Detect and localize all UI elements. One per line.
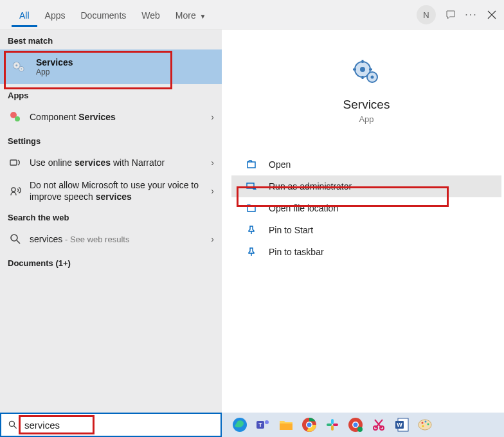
svg-point-10 — [360, 67, 365, 72]
search-icon — [9, 233, 22, 245]
svg-point-43 — [425, 421, 427, 423]
chevron-right-icon: › — [211, 157, 214, 168]
web-result-label: services - See web results — [30, 233, 211, 245]
svg-rect-24 — [280, 424, 292, 430]
admin-icon — [246, 181, 257, 192]
svg-point-19 — [9, 421, 14, 426]
action-run-as-administrator[interactable]: Run as administrator — [231, 175, 501, 197]
preview-title: Services — [231, 98, 501, 112]
svg-rect-17 — [248, 162, 255, 168]
apps-item-label: Component Services — [30, 111, 211, 123]
taskbar-paint-icon[interactable] — [416, 416, 434, 434]
apps-item-component-services[interactable]: Component Services › — [0, 104, 222, 130]
svg-rect-29 — [327, 424, 332, 426]
open-icon — [246, 159, 257, 170]
svg-point-27 — [307, 423, 312, 427]
action-label: Pin to taskbar — [269, 247, 324, 257]
svg-point-3 — [21, 68, 22, 69]
taskbar-edge-icon[interactable] — [231, 416, 249, 434]
svg-point-16 — [371, 76, 374, 79]
setting-label: Do not allow Microsoft to use your voice… — [30, 179, 211, 202]
tab-web[interactable]: Web — [134, 3, 168, 27]
results-panel: Best match Services App Apps Component S… — [0, 30, 222, 413]
taskbar-chrome2-icon[interactable] — [346, 416, 364, 434]
svg-rect-12 — [362, 76, 364, 79]
speech-icon — [9, 184, 22, 197]
chevron-right-icon: › — [211, 186, 214, 196]
search-web-header: Search the web — [0, 206, 222, 226]
web-result-services[interactable]: services - See web results › — [0, 226, 222, 252]
search-input[interactable] — [24, 420, 192, 431]
taskbar-apps: T W — [222, 416, 434, 434]
best-match-subtitle: App — [36, 67, 73, 76]
gears-icon — [10, 58, 27, 75]
chevron-right-icon: › — [211, 234, 214, 244]
svg-text:W: W — [397, 422, 402, 428]
more-options-icon[interactable]: ··· — [465, 9, 477, 21]
svg-point-45 — [422, 425, 424, 427]
svg-point-5 — [15, 116, 20, 121]
apps-header: Apps — [0, 84, 222, 104]
svg-rect-13 — [353, 69, 356, 71]
narrator-icon — [9, 156, 22, 169]
pin-icon — [246, 224, 257, 236]
search-header: All Apps Documents Web More ▼ N ··· — [0, 0, 504, 30]
search-box[interactable] — [0, 413, 222, 437]
action-label: Run as administrator — [269, 181, 352, 192]
svg-point-7 — [12, 188, 15, 192]
taskbar: T W — [0, 413, 504, 437]
action-pin-to-start[interactable]: Pin to Start — [231, 219, 501, 241]
svg-rect-30 — [331, 425, 334, 431]
chevron-down-icon: ▼ — [198, 13, 206, 20]
svg-rect-6 — [10, 160, 17, 165]
action-label: Pin to Start — [269, 225, 313, 235]
svg-point-42 — [422, 422, 424, 424]
action-open-file-location[interactable]: Open file location — [231, 197, 501, 219]
settings-header: Settings — [0, 130, 222, 150]
taskbar-explorer-icon[interactable] — [277, 416, 295, 434]
action-label: Open — [269, 159, 291, 170]
svg-point-8 — [11, 235, 17, 241]
svg-point-35 — [357, 427, 363, 432]
action-label: Open file location — [269, 203, 338, 213]
action-open[interactable]: Open — [231, 154, 501, 175]
svg-rect-11 — [362, 60, 364, 63]
services-large-icon — [351, 58, 382, 89]
component-services-icon — [9, 111, 22, 123]
svg-rect-31 — [333, 424, 338, 426]
svg-point-44 — [428, 424, 429, 425]
taskbar-teams-icon[interactable]: T — [254, 416, 272, 434]
best-match-services[interactable]: Services App — [0, 49, 222, 84]
folder-icon — [246, 202, 257, 214]
best-match-title: Services — [36, 57, 73, 67]
setting-speech-services[interactable]: Do not allow Microsoft to use your voice… — [0, 175, 222, 206]
feedback-icon[interactable] — [445, 9, 456, 21]
tab-documents[interactable]: Documents — [73, 3, 134, 27]
taskbar-word-icon[interactable]: W — [393, 416, 411, 434]
best-match-header: Best match — [0, 30, 222, 49]
taskbar-chrome-icon[interactable] — [300, 416, 318, 434]
taskbar-slack-icon[interactable] — [323, 416, 341, 434]
chevron-right-icon: › — [211, 112, 214, 122]
svg-point-23 — [265, 420, 269, 424]
documents-header: Documents (1+) — [0, 252, 222, 272]
tab-all[interactable]: All — [12, 3, 37, 27]
svg-rect-28 — [331, 419, 334, 424]
preview-panel: Services App Open Run as administrator O… — [231, 39, 501, 410]
tab-more[interactable]: More ▼ — [168, 3, 214, 27]
search-icon — [8, 420, 18, 430]
preview-subtitle: App — [231, 114, 501, 124]
setting-narrator-services[interactable]: Use online services with Narrator › — [0, 150, 222, 175]
svg-text:T: T — [258, 422, 262, 428]
close-icon[interactable] — [486, 9, 498, 21]
svg-rect-14 — [369, 69, 372, 71]
setting-label: Use online services with Narrator — [30, 157, 211, 168]
action-pin-to-taskbar[interactable]: Pin to taskbar — [231, 241, 501, 263]
svg-point-1 — [15, 64, 17, 66]
taskbar-snip-icon[interactable] — [370, 416, 388, 434]
tab-apps[interactable]: Apps — [37, 3, 73, 27]
svg-point-34 — [354, 423, 358, 427]
user-avatar[interactable]: N — [417, 5, 436, 24]
pin-icon — [246, 246, 257, 258]
